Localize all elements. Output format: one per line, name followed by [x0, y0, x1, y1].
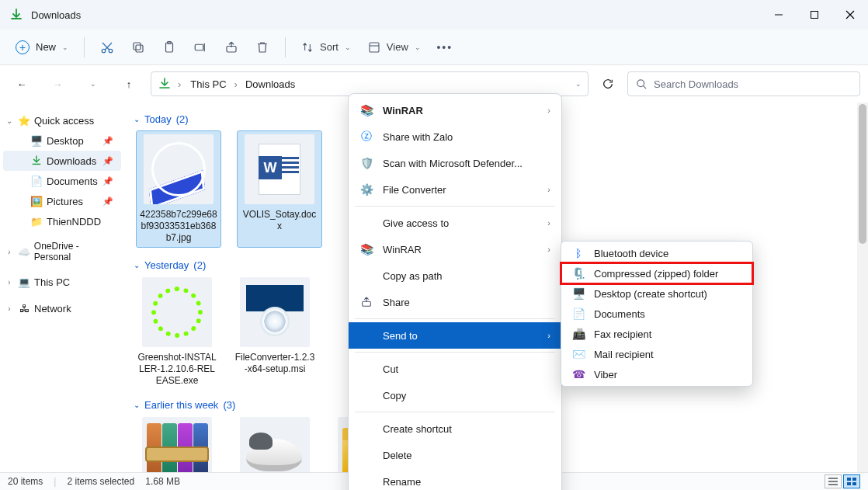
sendto-documents[interactable]: 📄Documents: [561, 304, 752, 324]
sidebar-onedrive[interactable]: ›☁️OneDrive - Personal: [3, 238, 121, 266]
ctx-delete[interactable]: Delete: [349, 442, 561, 468]
pin-icon: 📌: [102, 196, 118, 207]
sendto-fax[interactable]: 📠Fax recipient: [561, 324, 752, 344]
cloud-icon: ☁️: [17, 245, 31, 259]
file-item[interactable]: FileConverter-1.2.3-x64-setup.msi: [234, 277, 315, 387]
recent-button[interactable]: ⌄: [79, 70, 107, 98]
app-icon: [9, 8, 23, 22]
pc-icon: 💻: [17, 275, 31, 289]
sendto-mail[interactable]: ✉️Mail recipient: [561, 344, 752, 364]
file-item[interactable]: [234, 417, 315, 472]
sidebar-desktop[interactable]: 🖥️Desktop📌: [3, 130, 121, 151]
image-thumbnail: [240, 417, 310, 472]
sidebar-documents[interactable]: 📄Documents📌: [3, 171, 121, 191]
chevron-down-icon: ⌄: [62, 43, 68, 51]
sidebar-pictures[interactable]: 🖼️Pictures📌: [3, 191, 121, 211]
ctx-zalo[interactable]: ⓩShare with Zalo: [349, 123, 561, 150]
svg-rect-9: [370, 43, 379, 52]
more-button[interactable]: •••: [430, 33, 460, 62]
exe-thumbnail: [142, 277, 212, 347]
file-item[interactable]: Greenshot-INSTALLER-1.2.10.6-RELEASE.exe: [137, 277, 217, 387]
up-button[interactable]: ↑: [115, 70, 143, 98]
vertical-scrollbar[interactable]: [857, 103, 868, 472]
new-label: New: [36, 41, 56, 53]
pictures-icon: 🖼️: [30, 194, 43, 208]
ctx-giveaccess[interactable]: Give access to›: [349, 210, 561, 236]
cut-button[interactable]: [92, 33, 122, 62]
close-button[interactable]: [832, 0, 868, 30]
search-input[interactable]: Search Downloads: [627, 71, 860, 96]
svg-rect-0: [811, 12, 818, 19]
scrollbar-thumb[interactable]: [859, 104, 866, 244]
fax-icon: 📠: [571, 327, 586, 341]
ctx-share[interactable]: Share: [349, 289, 561, 315]
ctx-winrar[interactable]: 📚WinRAR›: [349, 97, 561, 123]
svg-point-10: [637, 79, 644, 86]
view-icon: [368, 41, 380, 54]
forward-button[interactable]: →: [43, 70, 71, 98]
docx-thumbnail: W: [245, 134, 314, 204]
ctx-fileconverter[interactable]: ⚙️File Converter›: [349, 176, 561, 203]
svg-point-2: [109, 49, 113, 53]
svg-rect-12: [852, 478, 856, 481]
breadcrumb-thispc[interactable]: This PC: [187, 77, 229, 92]
file-item[interactable]: W VOLIS_Sotay.docx: [238, 131, 321, 247]
chevron-down-icon: ⌄: [415, 43, 421, 51]
sendto-desktop[interactable]: 🖥️Desktop (create shortcut): [561, 283, 752, 304]
back-button[interactable]: ←: [8, 70, 36, 98]
chevron-down-icon: ⌄: [5, 116, 14, 125]
svg-rect-13: [847, 482, 851, 485]
sendto-viber[interactable]: ☎Viber: [561, 364, 752, 384]
ctx-sendto[interactable]: Send to›: [349, 322, 561, 349]
documents-icon: 📄: [571, 307, 586, 321]
documents-icon: 📄: [30, 174, 43, 188]
gear-icon: ⚙️: [358, 181, 375, 198]
ctx-winrar2[interactable]: 📚WinRAR›: [349, 236, 561, 262]
ctx-cut[interactable]: Cut: [349, 356, 561, 382]
desktop-icon: 🖥️: [571, 287, 586, 301]
sidebar-network[interactable]: ›🖧Network: [3, 298, 121, 318]
sendto-bluetooth[interactable]: ᛒBluetooth device: [561, 243, 752, 263]
chevron-down-icon[interactable]: ⌄: [575, 80, 582, 88]
sidebar-downloads[interactable]: Downloads📌: [3, 151, 121, 171]
share-button[interactable]: [217, 33, 246, 62]
new-button[interactable]: + New ⌄: [8, 36, 76, 59]
file-item[interactable]: 422358b7c299e68bf93033531eb368b7.jpg: [137, 131, 220, 247]
svg-rect-14: [852, 482, 856, 485]
downloads-icon: [30, 154, 43, 168]
sendto-compressed[interactable]: 🗜️Compressed (zipped) folder: [561, 263, 752, 283]
paste-button[interactable]: [155, 33, 184, 62]
ctx-copypath[interactable]: Copy as path: [349, 262, 561, 289]
sidebar-quick-access[interactable]: ⌄ ⭐ Quick access: [3, 110, 121, 130]
sort-button[interactable]: Sort ⌄: [293, 36, 359, 58]
chevron-down-icon: ⌄: [134, 261, 140, 269]
file-item[interactable]: [137, 417, 217, 472]
chevron-right-icon: ›: [547, 106, 550, 115]
toolbar: + New ⌄ Sort ⌄ View ⌄ •••: [0, 30, 868, 65]
maximize-button[interactable]: [797, 0, 832, 30]
ctx-rename[interactable]: Rename: [349, 468, 561, 490]
view-button[interactable]: View ⌄: [360, 36, 429, 58]
chevron-right-icon: ›: [547, 245, 550, 254]
ctx-shortcut[interactable]: Create shortcut: [349, 415, 561, 442]
sidebar-thiennddd[interactable]: 📁ThienNDDD: [3, 211, 121, 231]
svg-point-1: [102, 49, 106, 53]
details-view-toggle[interactable]: [825, 474, 842, 488]
minimize-button[interactable]: [761, 0, 797, 30]
sendto-submenu: ᛒBluetooth device 🗜️Compressed (zipped) …: [561, 241, 753, 387]
ctx-defender[interactable]: 🛡️Scan with Microsoft Defender...: [349, 150, 561, 176]
rename-button[interactable]: [186, 33, 215, 62]
ctx-copy[interactable]: Copy: [349, 382, 561, 408]
refresh-button[interactable]: [596, 72, 620, 96]
star-icon: ⭐: [17, 113, 31, 127]
pin-icon: 📌: [102, 176, 118, 186]
delete-button[interactable]: [248, 33, 277, 62]
breadcrumb-downloads[interactable]: Downloads: [242, 77, 298, 92]
status-selected: 2 items selected: [67, 476, 134, 487]
file-label: VOLIS_Sotay.docx: [241, 209, 318, 232]
folder-icon: 📁: [30, 214, 43, 228]
search-placeholder: Search Downloads: [654, 78, 738, 90]
copy-button[interactable]: [123, 33, 153, 62]
icons-view-toggle[interactable]: [843, 474, 860, 488]
sidebar-thispc[interactable]: ›💻This PC: [3, 272, 121, 292]
